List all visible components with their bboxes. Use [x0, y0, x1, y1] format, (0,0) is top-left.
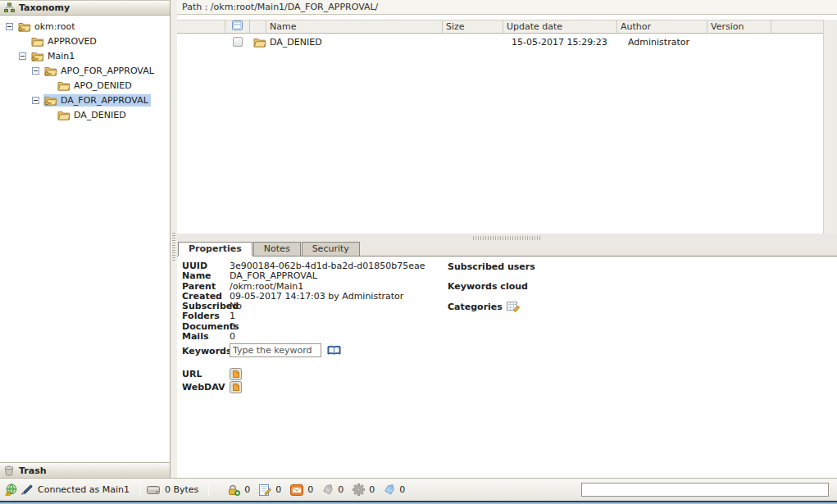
- trash-header[interactable]: Trash: [0, 462, 170, 478]
- folder-tree: okm:root APPROVED: [0, 16, 170, 462]
- column-header-version[interactable]: Version: [707, 20, 771, 33]
- separator: [208, 484, 209, 496]
- pen-icon[interactable]: [20, 484, 33, 495]
- folder-special-icon: [44, 66, 57, 76]
- collapse-expander-icon[interactable]: [32, 67, 39, 75]
- column-header-size[interactable]: Size: [443, 20, 503, 33]
- keyword-input[interactable]: [230, 343, 321, 357]
- tree-node-label: DA_FOR_APPROVAL: [61, 95, 148, 106]
- file-table-header: Name Size Update date Author Version: [177, 20, 837, 34]
- collapse-expander-icon[interactable]: [19, 52, 26, 60]
- folder-icon: [57, 80, 71, 91]
- property-row: Mails 0: [182, 332, 425, 342]
- tree-node[interactable]: APPROVED: [0, 34, 170, 48]
- keywords-cloud-header: Keywords cloud: [448, 281, 535, 292]
- tab-notes[interactable]: Notes: [253, 242, 301, 256]
- collapse-expander-icon[interactable]: [6, 23, 13, 30]
- copy-url-icon[interactable]: [230, 368, 242, 380]
- disk-usage-icon: [147, 485, 160, 495]
- column-header-select[interactable]: [225, 20, 250, 33]
- mail-icon: [290, 484, 303, 496]
- tree-node-label: APPROVED: [48, 36, 97, 47]
- property-label: Folders: [182, 311, 230, 321]
- counter-value: 0: [307, 484, 313, 495]
- network-status-icon[interactable]: [5, 484, 17, 496]
- column-header-author[interactable]: Author: [617, 20, 707, 33]
- openkm-app: Taxonomy okm:root: [0, 0, 837, 504]
- taxonomy-title: Taxonomy: [19, 2, 70, 13]
- tree-node[interactable]: Main1: [0, 48, 170, 63]
- status-bar: Connected as Main1 0 Bytes 0 0 0: [0, 478, 837, 501]
- keywords-row: Keywords: [182, 343, 425, 357]
- path-text: Path : /okm:root/Main1/DA_FOR_APPROVAL/: [182, 2, 378, 12]
- tab-bar: Properties Notes Security: [177, 243, 837, 257]
- table-row[interactable]: DA_DENIED 15-05-2017 15:29:23 Administra…: [177, 34, 837, 50]
- statusbar-search-input[interactable]: [581, 483, 829, 497]
- folder-special-icon: [18, 21, 31, 32]
- column-header-status[interactable]: [177, 20, 225, 33]
- status-counter[interactable]: 0: [227, 484, 250, 496]
- file-table: Name Size Update date Author Version DA_…: [177, 20, 837, 234]
- tree-node[interactable]: DA_FOR_APPROVAL: [0, 93, 170, 107]
- tree-node-label: okm:root: [34, 21, 75, 32]
- property-value: 0: [230, 332, 235, 342]
- column-header-name[interactable]: Name: [266, 20, 443, 33]
- status-counter[interactable]: 0: [384, 484, 405, 496]
- folder-icon: [253, 37, 266, 48]
- gear-icon: [353, 484, 365, 496]
- select-all-icon[interactable]: [232, 20, 243, 33]
- tree-node-label: APO_DENIED: [74, 80, 132, 91]
- tab-properties[interactable]: Properties: [178, 242, 252, 256]
- webdav-row: WebDAV: [182, 380, 425, 393]
- lock-icon: [227, 484, 240, 496]
- properties-panel: UUID 3e900184-062b-4d1d-ba2d-d01850b75ea…: [177, 257, 837, 478]
- counter-value: 0: [399, 484, 405, 495]
- counter-value: 0: [338, 484, 343, 495]
- tree-node[interactable]: okm:root: [0, 19, 170, 34]
- trash-title: Trash: [19, 465, 47, 476]
- property-row: Documents 0: [182, 322, 425, 332]
- connected-text: Connected as Main1: [38, 484, 130, 495]
- folder-icon: [31, 36, 44, 47]
- tag-gray-icon: [322, 484, 334, 496]
- tab-security[interactable]: Security: [302, 242, 360, 256]
- status-counters: 0 0 0 0 0: [227, 484, 414, 496]
- status-counter[interactable]: 0: [259, 484, 281, 496]
- bytes-text: 0 Bytes: [165, 484, 198, 495]
- collapse-expander-icon[interactable]: [32, 97, 39, 104]
- row-name[interactable]: DA_DENIED: [266, 37, 443, 48]
- column-header-update-date[interactable]: Update date: [503, 20, 617, 33]
- tree-node-label: APO_FOR_APPROVAL: [61, 66, 154, 76]
- trash-icon: [3, 465, 15, 476]
- tree-node[interactable]: APO_FOR_APPROVAL: [0, 63, 170, 78]
- tag-blue-icon: [384, 484, 395, 496]
- status-counter[interactable]: 0: [353, 484, 375, 496]
- taxonomy-icon: [3, 2, 15, 14]
- navigator-panel: Taxonomy okm:root: [0, 0, 171, 478]
- tree-node[interactable]: APO_DENIED: [0, 78, 170, 93]
- property-row: Folders 1: [182, 311, 425, 321]
- taxonomy-header[interactable]: Taxonomy: [0, 0, 170, 16]
- subscribed-users-header: Subscribed users: [448, 261, 535, 272]
- main-area: Path : /okm:root/Main1/DA_FOR_APPROVAL/ …: [177, 0, 837, 478]
- separator: [139, 484, 140, 496]
- webdav-label: WebDAV: [182, 382, 230, 393]
- categories-header: Categories: [448, 301, 535, 312]
- splitter-grip[interactable]: [172, 233, 175, 262]
- copy-webdav-icon[interactable]: [230, 381, 242, 393]
- add-category-icon[interactable]: [507, 301, 520, 312]
- row-checkbox[interactable]: [233, 37, 243, 47]
- status-counter[interactable]: 0: [322, 484, 343, 496]
- url-label: URL: [182, 369, 230, 379]
- status-counter[interactable]: 0: [290, 484, 313, 496]
- row-update-date: 15-05-2017 15:29:23: [503, 37, 617, 48]
- column-header-type[interactable]: [250, 20, 266, 33]
- vertical-splitter[interactable]: [171, 0, 177, 478]
- splitter-grip[interactable]: [473, 236, 542, 240]
- property-label: Mails: [182, 332, 230, 342]
- property-value: 1: [230, 311, 235, 321]
- properties-field-list: UUID 3e900184-062b-4d1d-ba2d-d01850b75ea…: [182, 261, 425, 342]
- tree-node[interactable]: DA_DENIED: [0, 107, 170, 122]
- thesaurus-book-icon[interactable]: [327, 345, 341, 356]
- table-scrollbar[interactable]: [823, 20, 837, 234]
